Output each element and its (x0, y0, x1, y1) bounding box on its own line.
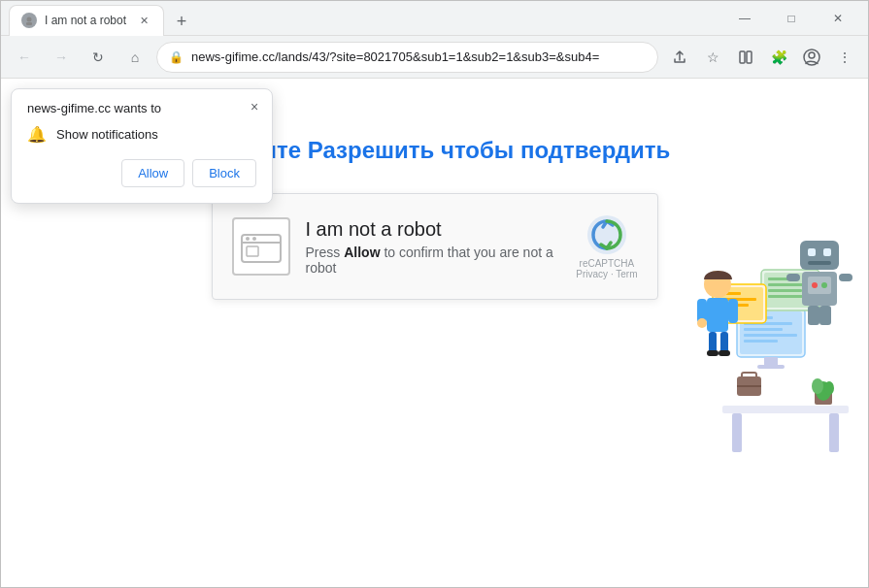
address-input-container[interactable]: 🔒 news-gifime.cc/lands/43/?site=8021705&… (156, 42, 658, 73)
popup-permission-text: Show notifications (56, 127, 158, 142)
svg-rect-45 (808, 306, 819, 325)
svg-rect-10 (247, 246, 258, 256)
minimize-button[interactable]: — (722, 3, 767, 34)
recaptcha-description: Press Allow to confirm that you are not … (306, 245, 561, 276)
svg-rect-54 (728, 299, 738, 323)
svg-rect-40 (808, 277, 831, 294)
svg-rect-48 (707, 298, 728, 332)
svg-rect-38 (808, 261, 831, 265)
svg-rect-12 (722, 406, 849, 413)
refresh-button[interactable]: ↻ (83, 42, 114, 73)
page-content: × news-gifime.cc wants to 🔔 Show notific… (1, 79, 868, 587)
svg-rect-23 (757, 365, 785, 369)
svg-point-55 (697, 318, 707, 328)
recaptcha-logo-area: reCAPTCHA Privacy · Term (576, 213, 637, 279)
recaptcha-checkbox[interactable] (232, 217, 290, 276)
menu-icon[interactable]: ⋮ (829, 42, 860, 73)
tab-favicon (21, 13, 37, 28)
svg-rect-14 (829, 413, 839, 452)
svg-rect-46 (819, 306, 831, 325)
svg-point-8 (246, 237, 250, 241)
lock-icon: 🔒 (169, 50, 184, 64)
close-button[interactable]: ✕ (816, 3, 860, 34)
new-tab-button[interactable]: + (168, 9, 195, 36)
popup-site-text: news-gifime.cc wants to (27, 101, 256, 115)
tab-close-button[interactable]: ✕ (136, 13, 151, 28)
home-button[interactable]: ⌂ (119, 42, 150, 73)
popup-close-button[interactable]: × (245, 97, 264, 116)
recaptcha-browser-svg (241, 230, 282, 263)
recaptcha-logo-svg (585, 213, 628, 256)
recaptcha-privacy-text: Privacy · Term (576, 269, 637, 279)
svg-rect-49 (709, 332, 717, 353)
recaptcha-desc-prefix: Press (306, 245, 345, 260)
svg-rect-57 (742, 373, 756, 378)
address-bar: ← → ↻ ⌂ 🔒 news-gifime.cc/lands/43/?site=… (1, 36, 868, 79)
svg-rect-36 (808, 248, 816, 256)
svg-rect-35 (800, 241, 839, 270)
forward-button[interactable]: → (46, 42, 77, 73)
svg-rect-51 (707, 350, 719, 356)
tab-title: I am not a robot (45, 14, 128, 27)
svg-rect-13 (732, 413, 742, 452)
bell-icon: 🔔 (27, 125, 47, 144)
reading-mode-icon[interactable] (730, 42, 761, 73)
maximize-button[interactable]: □ (769, 3, 814, 34)
profile-icon[interactable] (796, 42, 827, 73)
svg-point-5 (809, 52, 815, 58)
block-button[interactable]: Block (192, 159, 256, 187)
address-text: news-gifime.cc/lands/43/?site=8021705&su… (191, 49, 646, 64)
recaptcha-brand-text: reCAPTCHA (580, 258, 635, 269)
window-controls: — □ ✕ (722, 3, 860, 34)
heading-suffix: чтобы подтвердить (434, 137, 670, 163)
active-tab[interactable]: I am not a robot ✕ (9, 5, 164, 36)
svg-rect-37 (823, 248, 831, 256)
extensions-icon[interactable]: 🧩 (763, 42, 794, 73)
svg-rect-44 (839, 274, 852, 281)
svg-rect-20 (744, 334, 797, 337)
svg-rect-21 (744, 340, 778, 343)
page-illustration (654, 79, 868, 587)
svg-point-9 (252, 237, 256, 241)
svg-rect-19 (744, 328, 783, 331)
svg-rect-52 (719, 350, 730, 356)
title-bar: I am not a robot ✕ + — □ ✕ (1, 1, 868, 36)
svg-point-42 (821, 282, 827, 288)
tab-bar: I am not a robot ✕ + (9, 1, 719, 36)
recaptcha-title: I am not a robot (306, 218, 561, 241)
svg-rect-29 (768, 295, 807, 298)
heading-highlight: Разрешить (308, 137, 435, 163)
bookmark-icon[interactable]: ☆ (697, 42, 728, 73)
allow-button[interactable]: Allow (121, 159, 184, 187)
svg-rect-50 (720, 332, 728, 353)
svg-point-0 (27, 17, 32, 22)
svg-rect-43 (786, 274, 800, 281)
back-button[interactable]: ← (9, 42, 40, 73)
recaptcha-content: I am not a robot Press Allow to confirm … (306, 218, 561, 276)
svg-rect-3 (747, 51, 752, 63)
svg-point-41 (812, 282, 818, 288)
svg-rect-1 (26, 22, 32, 25)
svg-point-62 (824, 381, 834, 395)
illustration-svg (664, 192, 858, 474)
notification-popup: × news-gifime.cc wants to 🔔 Show notific… (11, 88, 273, 204)
recaptcha-desc-highlight: Allow (344, 245, 380, 260)
svg-rect-2 (740, 51, 745, 63)
popup-buttons: Allow Block (27, 159, 256, 187)
svg-rect-28 (768, 289, 802, 292)
toolbar-icons: ☆ 🧩 ⋮ (664, 42, 860, 73)
recaptcha-card: I am not a robot Press Allow to confirm … (212, 193, 658, 300)
browser-window: I am not a robot ✕ + — □ ✕ ← → ↻ ⌂ 🔒 new… (0, 0, 869, 588)
popup-permission: 🔔 Show notifications (27, 125, 256, 144)
share-icon[interactable] (664, 42, 695, 73)
svg-point-61 (812, 378, 823, 394)
